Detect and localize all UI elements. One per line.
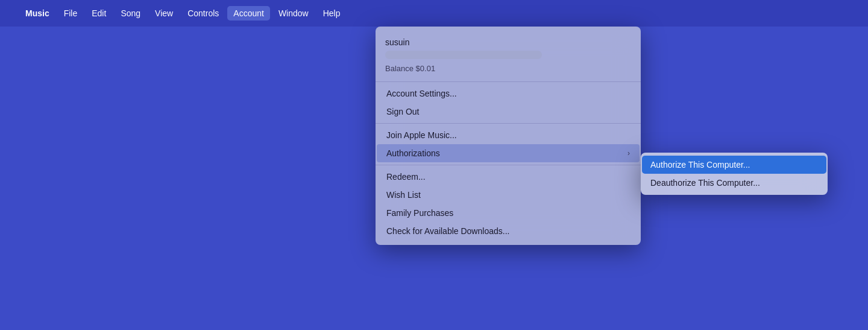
menubar-item-music[interactable]: Music (19, 6, 55, 21)
submenu-item-deauthorize-computer[interactable]: Deauthorize This Computer... (642, 174, 826, 192)
menu-item-wish-list[interactable]: Wish List (377, 186, 640, 204)
balance-label: Balance $0.01 (385, 64, 631, 73)
menu-item-account-settings[interactable]: Account Settings... (377, 84, 640, 103)
menubar-item-view[interactable]: View (149, 6, 179, 21)
menubar: Music File Edit Song View Controls Accou… (0, 0, 868, 27)
menubar-item-song[interactable]: Song (115, 6, 146, 21)
menubar-item-controls[interactable]: Controls (181, 6, 225, 21)
divider-2 (376, 123, 641, 124)
submenu-item-authorize-computer[interactable]: Authorize This Computer... (642, 156, 826, 174)
menu-item-join-apple-music[interactable]: Join Apple Music... (377, 126, 640, 144)
menubar-item-edit[interactable]: Edit (86, 6, 112, 21)
menu-item-redeem[interactable]: Redeem... (377, 168, 640, 186)
divider-1 (376, 81, 641, 82)
apple-menu-item[interactable] (7, 11, 17, 16)
account-progress-bar (385, 51, 542, 59)
menubar-item-account[interactable]: Account (227, 6, 270, 21)
menubar-item-help[interactable]: Help (317, 6, 347, 21)
menu-item-family-purchases[interactable]: Family Purchases (377, 204, 640, 222)
username-label: susuin (385, 37, 631, 47)
menu-item-authorizations[interactable]: Authorizations › (377, 144, 640, 162)
menubar-item-file[interactable]: File (58, 6, 84, 21)
authorizations-submenu: Authorize This Computer... Deauthorize T… (641, 153, 828, 195)
menubar-item-window[interactable]: Window (272, 6, 315, 21)
divider-3 (376, 165, 641, 165)
submenu-chevron-icon: › (627, 149, 630, 157)
account-dropdown-menu: susuin Balance $0.01 Account Settings...… (376, 27, 641, 245)
menu-item-sign-out[interactable]: Sign Out (377, 103, 640, 121)
menu-item-check-downloads[interactable]: Check for Available Downloads... (377, 222, 640, 240)
user-section: susuin Balance $0.01 (376, 31, 641, 79)
